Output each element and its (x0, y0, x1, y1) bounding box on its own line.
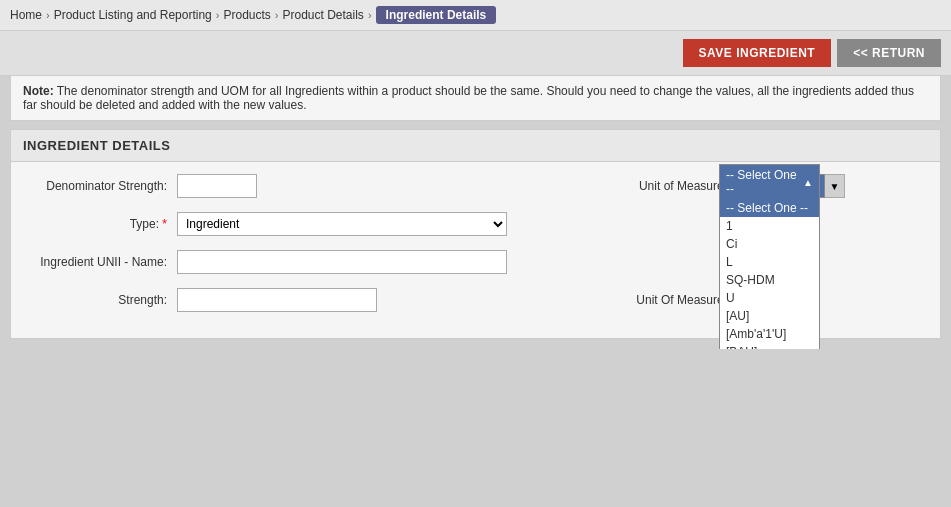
ingredient-details-panel: INGREDIENT DETAILS Denominator Strength:… (10, 129, 941, 339)
breadcrumb-products[interactable]: Products (223, 8, 270, 22)
uom-scroll-up[interactable]: ▲ (803, 177, 813, 188)
form-col-left-1: Denominator Strength: (27, 174, 587, 198)
denominator-strength-input[interactable] (177, 174, 257, 198)
breadcrumb-product-details[interactable]: Product Details (283, 8, 364, 22)
type-required-marker: * (162, 217, 167, 231)
uom-dropdown-selected-item[interactable]: -- Select One -- ▲ (720, 165, 819, 199)
note-bar: Note: The denominator strength and UOM f… (10, 76, 941, 121)
form-col-left-3: Ingredient UNII - Name: (27, 250, 587, 274)
strength-label: Strength: (27, 293, 177, 307)
unit-of-measure-label: Unit of Measure: (587, 179, 737, 193)
uom-option[interactable]: [BAU] (720, 343, 819, 349)
breadcrumb-sep-3: › (275, 9, 279, 21)
type-select[interactable]: Ingredient Active Ingredient Inactive In… (177, 212, 507, 236)
uom-option[interactable]: SQ-HDM (720, 271, 819, 289)
breadcrumb-sep-2: › (216, 9, 220, 21)
form-col-left-2: Type: * Ingredient Active Ingredient Ina… (27, 212, 587, 236)
breadcrumb-ingredient-details: Ingredient Details (376, 6, 497, 24)
section-title: INGREDIENT DETAILS (11, 130, 940, 162)
uom-option[interactable]: -- Select One -- (720, 199, 819, 217)
toolbar: SAVE INGREDIENT << RETURN (0, 31, 951, 76)
uom-selected-text: -- Select One -- (726, 168, 803, 196)
uom-dropdown-arrow[interactable]: ▼ (825, 174, 845, 198)
type-label: Type: * (27, 217, 177, 231)
uom-option[interactable]: Ci (720, 235, 819, 253)
breadcrumb: Home › Product Listing and Reporting › P… (0, 0, 951, 31)
uom-dropdown-open: -- Select One -- ▲ -- Select One --1CiLS… (719, 164, 820, 349)
form-area: Denominator Strength: Unit of Measure: -… (11, 162, 940, 338)
type-select-wrapper: Ingredient Active Ingredient Inactive In… (177, 212, 507, 236)
uom-option[interactable]: [AU] (720, 307, 819, 325)
save-ingredient-button[interactable]: SAVE INGREDIENT (683, 39, 832, 67)
ingredient-unii-input[interactable] (177, 250, 507, 274)
uom-option[interactable]: 1 (720, 217, 819, 235)
uom-option[interactable]: [Amb'a'1'U] (720, 325, 819, 343)
breadcrumb-listing[interactable]: Product Listing and Reporting (54, 8, 212, 22)
note-prefix: Note: (23, 84, 54, 98)
uom-option[interactable]: L (720, 253, 819, 271)
return-button[interactable]: << RETURN (837, 39, 941, 67)
breadcrumb-sep-4: › (368, 9, 372, 21)
note-text: The denominator strength and UOM for all… (23, 84, 914, 112)
breadcrumb-sep-1: › (46, 9, 50, 21)
ingredient-unii-label: Ingredient UNII - Name: (27, 255, 177, 269)
unit-of-measure2-label: Unit Of Measure: (587, 293, 737, 307)
denominator-strength-label: Denominator Strength: (27, 179, 177, 193)
breadcrumb-home[interactable]: Home (10, 8, 42, 22)
uom-dropdown-list[interactable]: -- Select One --1CiLSQ-HDMU[AU][Amb'a'1'… (720, 199, 819, 349)
type-label-text: Type: (130, 217, 159, 231)
strength-input[interactable] (177, 288, 377, 312)
uom-option[interactable]: U (720, 289, 819, 307)
form-col-left-4: Strength: (27, 288, 587, 312)
